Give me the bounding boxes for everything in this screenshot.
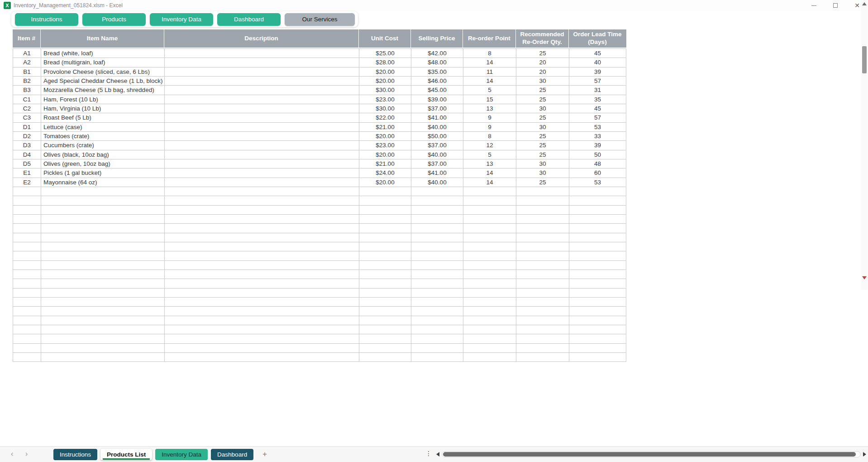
cell[interactable] bbox=[165, 215, 359, 224]
cell[interactable] bbox=[569, 242, 626, 251]
cell[interactable]: C2 bbox=[13, 104, 41, 113]
cell[interactable] bbox=[165, 196, 359, 205]
cell[interactable] bbox=[411, 224, 463, 233]
cell[interactable] bbox=[463, 279, 516, 288]
cell[interactable] bbox=[569, 224, 626, 233]
cell[interactable]: 33 bbox=[569, 132, 626, 141]
cell[interactable] bbox=[516, 196, 569, 205]
cell[interactable]: 14 bbox=[463, 168, 516, 178]
cell[interactable] bbox=[463, 233, 516, 242]
cell[interactable]: 30 bbox=[516, 159, 569, 168]
cell[interactable]: 25 bbox=[516, 141, 569, 150]
cell[interactable] bbox=[165, 67, 359, 77]
cell[interactable] bbox=[165, 95, 359, 104]
sheet-tab-instructions[interactable]: Instructions bbox=[53, 449, 97, 460]
cell[interactable]: $40.00 bbox=[411, 150, 463, 159]
cell[interactable] bbox=[463, 325, 516, 334]
cell[interactable]: 25 bbox=[516, 113, 569, 122]
cell[interactable] bbox=[411, 233, 463, 242]
cell[interactable] bbox=[359, 316, 411, 325]
cell[interactable]: 57 bbox=[569, 77, 626, 86]
cell[interactable] bbox=[359, 196, 411, 205]
scroll-up-icon[interactable] bbox=[862, 2, 867, 5]
cell[interactable]: D4 bbox=[13, 150, 41, 159]
cell[interactable]: Pickles (1 gal bucket) bbox=[41, 168, 165, 178]
cell[interactable] bbox=[165, 279, 359, 288]
cell[interactable] bbox=[13, 289, 41, 298]
cell[interactable] bbox=[516, 279, 569, 288]
cell[interactable] bbox=[411, 325, 463, 334]
cell[interactable] bbox=[569, 251, 626, 260]
cell[interactable]: Olives (black, 10oz bag) bbox=[41, 150, 165, 159]
cell[interactable] bbox=[41, 251, 165, 260]
minimize-button[interactable] bbox=[803, 0, 825, 11]
cell[interactable]: $21.00 bbox=[359, 159, 411, 168]
cell[interactable] bbox=[41, 233, 165, 242]
cell[interactable] bbox=[41, 298, 165, 307]
cell[interactable]: $45.00 bbox=[411, 86, 463, 95]
cell[interactable]: B2 bbox=[13, 77, 41, 86]
cell[interactable] bbox=[569, 196, 626, 205]
scroll-down-icon[interactable] bbox=[862, 276, 867, 279]
cell[interactable] bbox=[359, 215, 411, 224]
cell[interactable] bbox=[41, 325, 165, 334]
cell[interactable] bbox=[569, 206, 626, 215]
cell[interactable] bbox=[359, 261, 411, 270]
vertical-scrollbar[interactable] bbox=[861, 0, 868, 290]
cell[interactable] bbox=[516, 224, 569, 233]
cell[interactable]: Bread (white, loaf) bbox=[41, 49, 165, 58]
cell[interactable]: 13 bbox=[463, 159, 516, 168]
cell[interactable] bbox=[165, 298, 359, 307]
cell[interactable] bbox=[516, 242, 569, 251]
cell[interactable]: 20 bbox=[516, 67, 569, 77]
cell[interactable] bbox=[41, 353, 165, 362]
cell[interactable] bbox=[165, 150, 359, 159]
cell[interactable] bbox=[463, 196, 516, 205]
nav-button-dashboard[interactable]: Dashboard bbox=[217, 13, 281, 26]
cell[interactable]: $25.00 bbox=[359, 49, 411, 58]
cell[interactable] bbox=[359, 242, 411, 251]
cell[interactable] bbox=[411, 307, 463, 316]
cell[interactable]: 53 bbox=[569, 123, 626, 132]
nav-button-our-services[interactable]: Our Services bbox=[285, 13, 355, 26]
cell[interactable]: D3 bbox=[13, 141, 41, 150]
cell[interactable]: 14 bbox=[463, 58, 516, 67]
cell[interactable]: A2 bbox=[13, 58, 41, 67]
cell[interactable]: 13 bbox=[463, 104, 516, 113]
cell[interactable] bbox=[463, 251, 516, 260]
cell[interactable] bbox=[411, 316, 463, 325]
cell[interactable]: $39.00 bbox=[411, 95, 463, 104]
scrollbar-options-icon[interactable]: ⋮ bbox=[425, 450, 432, 457]
cell[interactable]: 40 bbox=[569, 58, 626, 67]
cell[interactable] bbox=[165, 242, 359, 251]
cell[interactable] bbox=[41, 187, 165, 196]
cell[interactable] bbox=[569, 353, 626, 362]
cell[interactable]: Ham, Virginia (10 Lb) bbox=[41, 104, 165, 113]
cell[interactable] bbox=[165, 353, 359, 362]
cell[interactable] bbox=[165, 159, 359, 168]
cell[interactable] bbox=[411, 206, 463, 215]
cell[interactable] bbox=[516, 334, 569, 343]
cell[interactable]: 30 bbox=[516, 123, 569, 132]
sheet-tab-products-list[interactable]: Products List bbox=[100, 449, 152, 460]
cell[interactable] bbox=[516, 344, 569, 353]
cell[interactable] bbox=[463, 224, 516, 233]
cell[interactable]: 45 bbox=[569, 49, 626, 58]
cell[interactable] bbox=[463, 261, 516, 270]
cell[interactable] bbox=[165, 86, 359, 95]
cell[interactable] bbox=[165, 187, 359, 196]
cell[interactable]: 31 bbox=[569, 86, 626, 95]
cell[interactable]: $23.00 bbox=[359, 141, 411, 150]
cell[interactable] bbox=[13, 279, 41, 288]
cell[interactable]: 39 bbox=[569, 67, 626, 77]
sheet-tab-inventory-data[interactable]: Inventory Data bbox=[155, 449, 208, 460]
cell[interactable] bbox=[569, 279, 626, 288]
cell[interactable] bbox=[165, 289, 359, 298]
cell[interactable] bbox=[165, 233, 359, 242]
cell[interactable]: $41.00 bbox=[411, 168, 463, 178]
cell[interactable] bbox=[516, 307, 569, 316]
cell[interactable] bbox=[516, 325, 569, 334]
cell[interactable]: 53 bbox=[569, 178, 626, 187]
cell[interactable]: 8 bbox=[463, 132, 516, 141]
cell[interactable]: E2 bbox=[13, 178, 41, 187]
